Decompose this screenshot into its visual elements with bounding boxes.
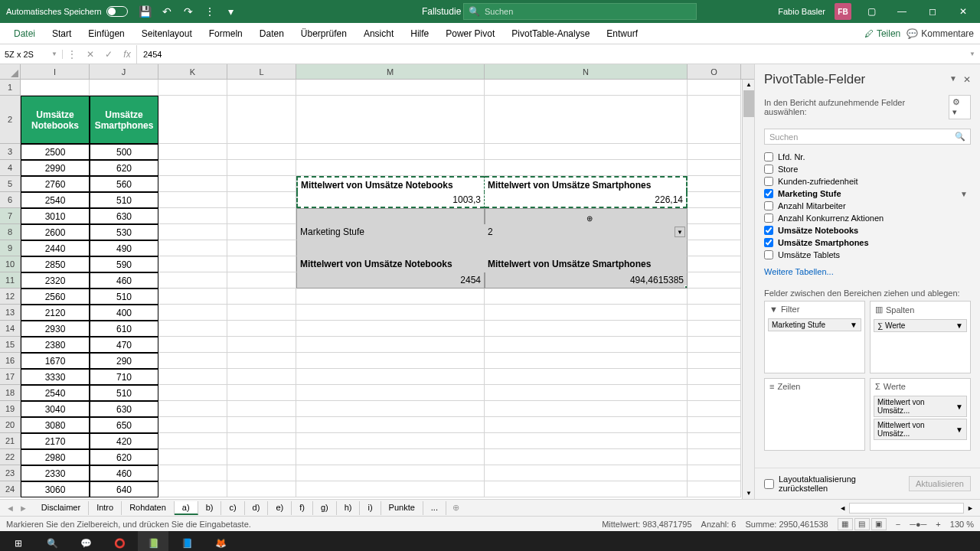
field-7[interactable]: Umsätze Smartphones xyxy=(764,236,971,249)
row-header-17[interactable]: 17 xyxy=(0,369,21,385)
field-1[interactable]: Store xyxy=(764,163,971,175)
scroll-down-icon[interactable]: ▼ xyxy=(743,488,754,499)
sheet-tab-i)[interactable]: i) xyxy=(360,501,381,515)
cell-j15[interactable]: 470 xyxy=(90,337,158,353)
row-header-14[interactable]: 14 xyxy=(0,321,21,337)
col-header-k[interactable]: K xyxy=(158,64,227,79)
cell-j16[interactable]: 290 xyxy=(90,353,158,369)
row-header-10[interactable]: 10 xyxy=(0,256,21,272)
cell-j11[interactable]: 460 xyxy=(90,272,158,289)
app-icon-2[interactable]: ⭕ xyxy=(104,531,135,551)
tab-next-icon[interactable]: ► xyxy=(19,504,28,513)
vertical-scrollbar[interactable]: ▲ ▼ xyxy=(742,80,754,499)
filter-area[interactable]: ▼Filter Marketing Stufe▼ xyxy=(764,301,865,373)
cell-j17[interactable]: 710 xyxy=(90,369,158,385)
cell-j5[interactable]: 560 xyxy=(90,176,158,192)
field-5[interactable]: Anzahl Konkurrenz Aktionen xyxy=(764,212,971,224)
sheet-tab-Rohdaten[interactable]: Rohdaten xyxy=(122,501,175,515)
comments-button[interactable]: 💬 Kommentare xyxy=(906,28,974,39)
search-box[interactable]: 🔍 xyxy=(463,3,697,20)
field-0[interactable]: Lfd. Nr. xyxy=(764,151,971,163)
cell-j18[interactable]: 510 xyxy=(90,385,158,401)
share-button[interactable]: 🖊 Teilen xyxy=(864,28,900,39)
row-header-19[interactable]: 19 xyxy=(0,401,21,417)
fx-icon[interactable]: fx xyxy=(118,45,136,64)
cell-j24[interactable]: 640 xyxy=(90,481,158,497)
view-break-icon[interactable]: ▣ xyxy=(871,518,887,530)
row-header-18[interactable]: 18 xyxy=(0,385,21,401)
cell-j13[interactable]: 400 xyxy=(90,305,158,321)
field-3[interactable]: Marketing Stufe▼ xyxy=(764,187,971,200)
sheet-tab-f)[interactable]: f) xyxy=(292,501,313,515)
update-button[interactable]: Aktualisieren xyxy=(909,476,971,491)
select-all-button[interactable] xyxy=(0,64,21,79)
pivot2-filter-value[interactable]: 2▼ xyxy=(485,224,688,240)
tab-pivottable-analyse[interactable]: PivotTable-Analyse xyxy=(504,25,597,42)
row-header-12[interactable]: 12 xyxy=(0,289,21,305)
cell-i13[interactable]: 2120 xyxy=(21,305,90,321)
cell-j10[interactable]: 590 xyxy=(90,256,158,272)
zoom-in-icon[interactable]: + xyxy=(936,520,940,529)
row-header-16[interactable]: 16 xyxy=(0,353,21,369)
sheet-tab-g)[interactable]: g) xyxy=(313,501,337,515)
hscroll-right-icon[interactable]: ► xyxy=(967,504,974,512)
spreadsheet-grid[interactable]: I J K L M N O 12Umsätze NotebooksUmsätze… xyxy=(0,64,754,499)
save-icon[interactable]: 💾 xyxy=(139,5,152,18)
confirm-icon[interactable]: ✓ xyxy=(100,45,118,64)
cell-j21[interactable]: 420 xyxy=(90,433,158,449)
field-checkbox-5[interactable] xyxy=(764,214,773,223)
col-header-n[interactable]: N xyxy=(485,64,688,79)
field-checkbox-3[interactable] xyxy=(764,189,773,198)
toggle-switch[interactable] xyxy=(106,6,128,17)
tab-start[interactable]: Start xyxy=(44,25,79,42)
field-filter-icon[interactable]: ▼ xyxy=(960,190,968,198)
field-checkbox-8[interactable] xyxy=(764,250,773,259)
row-header-11[interactable]: 11 xyxy=(0,272,21,289)
row-header-21[interactable]: 21 xyxy=(0,433,21,449)
search-input[interactable] xyxy=(485,7,691,16)
row-header-24[interactable]: 24 xyxy=(0,481,21,497)
cell-i15[interactable]: 2380 xyxy=(21,337,90,353)
field-checkbox-1[interactable] xyxy=(764,165,773,174)
col-header-l[interactable]: L xyxy=(227,64,296,79)
autosave-toggle[interactable]: Automatisches Speichern xyxy=(6,6,128,17)
tab-hilfe[interactable]: Hilfe xyxy=(403,25,436,42)
cell-j4[interactable]: 620 xyxy=(90,160,158,176)
cell-j6[interactable]: 510 xyxy=(90,192,158,208)
tab-daten[interactable]: Daten xyxy=(252,25,292,42)
tab-einfuegen[interactable]: Einfügen xyxy=(80,25,132,42)
minimize-icon[interactable]: — xyxy=(891,4,913,19)
fb-dropdown-icon[interactable]: ⋮ xyxy=(63,45,81,64)
field-6[interactable]: Umsätze Notebooks xyxy=(764,224,971,236)
cell-j9[interactable]: 490 xyxy=(90,240,158,256)
gear-icon[interactable]: ⚙ ▾ xyxy=(949,95,971,119)
tab-powerpivot[interactable]: Power Pivot xyxy=(438,25,502,42)
values-item-2[interactable]: Mittelwert von Umsätz...▼ xyxy=(874,419,967,440)
values-area[interactable]: ΣWerte Mittelwert von Umsätz...▼ Mittelw… xyxy=(870,378,971,451)
row-header-20[interactable]: 20 xyxy=(0,417,21,433)
cell-i16[interactable]: 1670 xyxy=(21,353,90,369)
row-header-8[interactable]: 8 xyxy=(0,224,21,240)
sheet-tab-a)[interactable]: a) xyxy=(175,501,198,515)
cell-j7[interactable]: 630 xyxy=(90,208,158,224)
cell-j20[interactable]: 650 xyxy=(90,417,158,433)
cell-i7[interactable]: 3010 xyxy=(21,208,90,224)
tab-formeln[interactable]: Formeln xyxy=(201,25,250,42)
cell-i9[interactable]: 2440 xyxy=(21,240,90,256)
col-header-o[interactable]: O xyxy=(688,64,741,79)
row-header-2[interactable]: 2 xyxy=(0,96,21,144)
cell-i20[interactable]: 3080 xyxy=(21,417,90,433)
cell-i6[interactable]: 2540 xyxy=(21,192,90,208)
field-checkbox-0[interactable] xyxy=(764,152,773,161)
cell-i23[interactable]: 2330 xyxy=(21,465,90,481)
panel-dropdown-icon[interactable]: ▼ xyxy=(949,74,957,85)
more-tables-link[interactable]: Weitere Tabellen... xyxy=(755,264,980,282)
field-checkbox-2[interactable] xyxy=(764,177,773,186)
search-task-icon[interactable]: 🔍 xyxy=(37,531,67,551)
cell-i24[interactable]: 3060 xyxy=(21,481,90,497)
tab-ueberpruefen[interactable]: Überprüfen xyxy=(293,25,354,42)
cell-j14[interactable]: 610 xyxy=(90,321,158,337)
name-box[interactable]: 5Z x 2S▼ xyxy=(0,50,63,59)
app-icon-1[interactable]: 💬 xyxy=(70,531,101,551)
hscroll-track[interactable] xyxy=(849,503,964,514)
